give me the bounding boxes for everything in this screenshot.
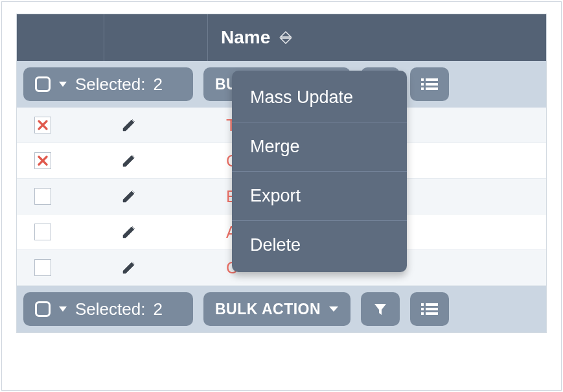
row-edit-cell [69, 224, 208, 240]
edit-button[interactable] [121, 152, 137, 169]
bulk-action-label: BULK ACTION [215, 301, 321, 318]
svg-rect-2 [421, 83, 424, 86]
row-edit-cell [69, 188, 208, 205]
row-checkbox-cell [17, 152, 69, 169]
filter-button[interactable] [361, 292, 400, 326]
svg-rect-6 [421, 303, 424, 306]
svg-rect-9 [426, 308, 438, 310]
header-col-name[interactable]: Name [208, 14, 546, 61]
sort-icon[interactable] [279, 31, 292, 44]
svg-rect-10 [421, 312, 424, 315]
row-checkbox-cell [17, 117, 69, 133]
svg-rect-4 [421, 87, 424, 90]
caret-down-icon [328, 306, 339, 312]
row-checkbox[interactable] [34, 117, 51, 133]
svg-rect-11 [426, 312, 438, 315]
row-edit-cell [69, 152, 208, 169]
pencil-icon [121, 117, 137, 133]
caret-down-icon [58, 81, 67, 87]
edit-button[interactable] [121, 259, 137, 276]
row-checkbox[interactable] [34, 188, 51, 205]
row-edit-cell [69, 259, 208, 276]
row-checkbox-cell [17, 188, 69, 205]
column-label-name: Name [221, 27, 270, 48]
svg-rect-5 [426, 87, 438, 90]
list-icon [421, 78, 438, 91]
selected-pill[interactable]: Selected:2 [23, 292, 193, 326]
edit-button[interactable] [121, 224, 137, 240]
dropdown-item[interactable]: Delete [232, 220, 407, 272]
row-checkbox[interactable] [34, 152, 51, 169]
row-checkbox-cell [17, 224, 69, 240]
selected-pill[interactable]: Selected:2 [23, 67, 193, 101]
header-col-edit [104, 14, 208, 61]
edit-button[interactable] [121, 117, 137, 133]
pencil-icon [121, 224, 137, 240]
row-checkbox[interactable] [34, 224, 51, 240]
pencil-icon [121, 152, 137, 169]
row-edit-cell [69, 117, 208, 133]
select-all-checkbox[interactable] [35, 76, 51, 92]
dropdown-item[interactable]: Mass Update [232, 71, 407, 122]
header-col-checkbox [17, 14, 104, 61]
edit-button[interactable] [121, 188, 137, 205]
dropdown-item[interactable]: Merge [232, 122, 407, 171]
filter-icon [373, 301, 388, 317]
list-view-button[interactable] [410, 67, 449, 101]
table-header: Name [17, 14, 546, 61]
svg-rect-7 [426, 303, 438, 306]
caret-down-icon [58, 306, 67, 312]
svg-rect-3 [426, 83, 438, 86]
pencil-icon [121, 259, 137, 276]
bulk-action-button[interactable]: BULK ACTION [203, 292, 350, 326]
toolbar-bottom: Selected:2 BULK ACTION [17, 286, 546, 332]
select-all-checkbox[interactable] [35, 301, 51, 317]
selected-count: 2 [153, 75, 162, 95]
selected-label: Selected: [75, 299, 145, 319]
pencil-icon [121, 188, 137, 205]
svg-rect-0 [421, 78, 424, 81]
row-checkbox-cell [17, 259, 69, 276]
list-icon [421, 303, 438, 316]
dropdown-item[interactable]: Export [232, 171, 407, 220]
x-icon [37, 119, 49, 131]
list-view-button[interactable] [410, 292, 449, 326]
selected-label: Selected: [75, 75, 145, 95]
selected-count: 2 [153, 299, 162, 319]
bulk-action-dropdown: Mass UpdateMergeExportDelete [232, 71, 407, 272]
svg-rect-8 [421, 308, 424, 310]
svg-rect-1 [426, 78, 438, 81]
x-icon [37, 155, 49, 167]
row-checkbox[interactable] [34, 259, 51, 276]
